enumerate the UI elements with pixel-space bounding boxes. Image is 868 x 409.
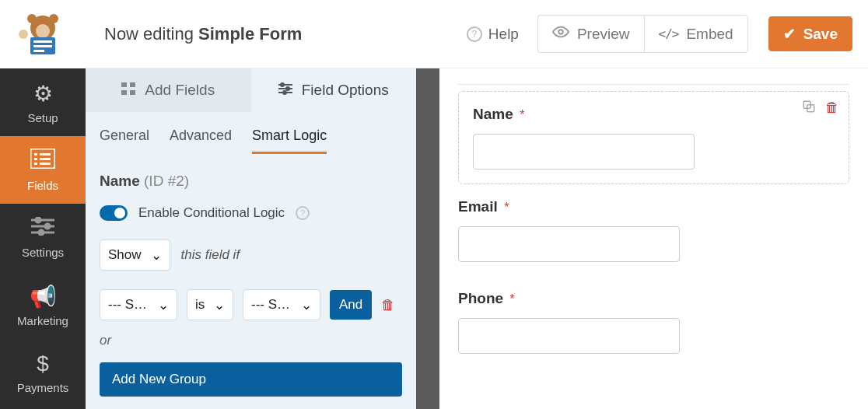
svg-point-32 (283, 91, 286, 94)
logo (0, 0, 86, 68)
subtab-general[interactable]: General (100, 128, 149, 154)
nav-label: Payments (17, 381, 69, 394)
condition-operator-select[interactable]: is ⌄ (187, 289, 233, 320)
svg-rect-24 (130, 82, 135, 87)
divider (458, 84, 849, 85)
svg-rect-7 (33, 50, 44, 52)
preview-field-phone[interactable]: Phone * (458, 276, 849, 368)
svg-rect-13 (40, 158, 51, 160)
chevron-down-icon: ⌄ (214, 297, 225, 313)
svg-point-30 (286, 87, 289, 90)
nav-fields[interactable]: Fields (0, 136, 86, 204)
svg-rect-5 (33, 40, 52, 43)
nav-label: Fields (27, 179, 58, 192)
preview-button[interactable]: Preview (537, 15, 644, 53)
email-input[interactable] (458, 226, 680, 262)
form-name: Simple Form (198, 24, 302, 44)
save-button[interactable]: ✔ Save (768, 16, 852, 51)
action-suffix: this field if (181, 247, 240, 263)
svg-point-17 (36, 218, 40, 222)
trash-icon[interactable]: 🗑 (381, 297, 395, 313)
nav-payments[interactable]: $ Payments (0, 339, 86, 407)
preview-field-name[interactable]: 🗑 Name * (458, 91, 849, 184)
dollar-icon: $ (37, 351, 49, 376)
embed-button[interactable]: </> Embed (644, 15, 748, 53)
chevron-down-icon: ⌄ (301, 297, 312, 313)
tab-label: Field Options (302, 82, 389, 99)
help-label: Help (488, 26, 519, 43)
preview-field-email[interactable]: Email * (458, 184, 849, 276)
svg-point-22 (558, 30, 563, 34)
subtab-smart-logic[interactable]: Smart Logic (252, 128, 327, 154)
action-select[interactable]: Show ⌄ (100, 239, 170, 271)
svg-rect-11 (40, 153, 51, 156)
select-value: --- Select Field --- (108, 297, 149, 313)
action-value: Show (108, 247, 142, 263)
field-label: Name (473, 106, 513, 122)
svg-rect-25 (121, 90, 127, 95)
svg-point-3 (36, 24, 50, 38)
phone-input[interactable] (458, 318, 680, 354)
condition-value-select[interactable]: --- Select Choice --- ⌄ (243, 289, 320, 320)
bullhorn-icon: 📢 (30, 284, 57, 309)
field-id: (ID #2) (144, 173, 189, 189)
field-name: Name (100, 173, 140, 189)
help-icon: ? (467, 26, 482, 42)
nav-label: Settings (22, 246, 64, 259)
tab-add-fields[interactable]: Add Fields (86, 68, 251, 112)
editing-prefix: Now editing (104, 24, 194, 44)
grid-icon (121, 82, 135, 99)
nav-label: Marketing (17, 314, 68, 327)
svg-point-19 (45, 224, 50, 229)
help-link[interactable]: ? Help (467, 26, 519, 43)
svg-point-2 (49, 14, 58, 23)
required-indicator: * (510, 292, 515, 306)
enable-conditional-label: Enable Conditional Logic (138, 205, 285, 221)
gear-icon: ⚙ (33, 81, 53, 107)
select-value: is (195, 297, 205, 313)
required-indicator: * (520, 108, 524, 121)
svg-rect-12 (34, 158, 37, 160)
select-value: --- Select Choice --- (251, 297, 292, 313)
field-label: Email (458, 198, 498, 215)
subtab-advanced[interactable]: Advanced (170, 128, 232, 154)
and-rule-button[interactable]: And (330, 290, 372, 320)
embed-label: Embed (686, 26, 733, 43)
list-icon (30, 149, 55, 174)
svg-rect-26 (130, 90, 135, 95)
chevron-down-icon: ⌄ (151, 247, 162, 264)
help-icon[interactable]: ? (296, 206, 310, 220)
svg-rect-23 (121, 82, 127, 87)
tab-field-options[interactable]: Field Options (251, 68, 417, 112)
svg-point-28 (281, 83, 284, 86)
name-input[interactable] (473, 134, 695, 170)
required-indicator: * (504, 201, 509, 214)
enable-conditional-toggle[interactable] (100, 205, 128, 221)
check-icon: ✔ (783, 25, 796, 43)
nav-marketing[interactable]: 📢 Marketing (0, 271, 86, 339)
save-label: Save (803, 26, 838, 43)
nav-setup[interactable]: ⚙ Setup (0, 68, 86, 136)
sliders-icon (278, 82, 292, 99)
field-heading: Name (ID #2) (86, 154, 416, 196)
duplicate-icon[interactable] (802, 100, 816, 117)
page-title: Now editing Simple Form (104, 24, 302, 44)
preview-label: Preview (577, 26, 630, 43)
condition-field-select[interactable]: --- Select Field --- ⌄ (100, 289, 177, 320)
svg-rect-14 (34, 163, 37, 165)
chevron-down-icon: ⌄ (158, 297, 169, 313)
eye-icon (552, 23, 569, 44)
trash-icon[interactable]: 🗑 (825, 100, 839, 117)
svg-point-21 (39, 230, 44, 235)
or-label: or (86, 330, 416, 355)
add-new-group-button[interactable]: Add New Group (100, 362, 402, 397)
nav-settings[interactable]: Settings (0, 204, 86, 271)
svg-point-8 (19, 30, 28, 39)
nav-label: Setup (27, 111, 58, 124)
svg-rect-10 (34, 153, 37, 156)
svg-point-1 (27, 14, 37, 23)
svg-rect-15 (40, 163, 51, 165)
svg-rect-6 (33, 45, 52, 47)
field-label: Phone (458, 290, 503, 306)
sliders-icon (31, 216, 54, 241)
